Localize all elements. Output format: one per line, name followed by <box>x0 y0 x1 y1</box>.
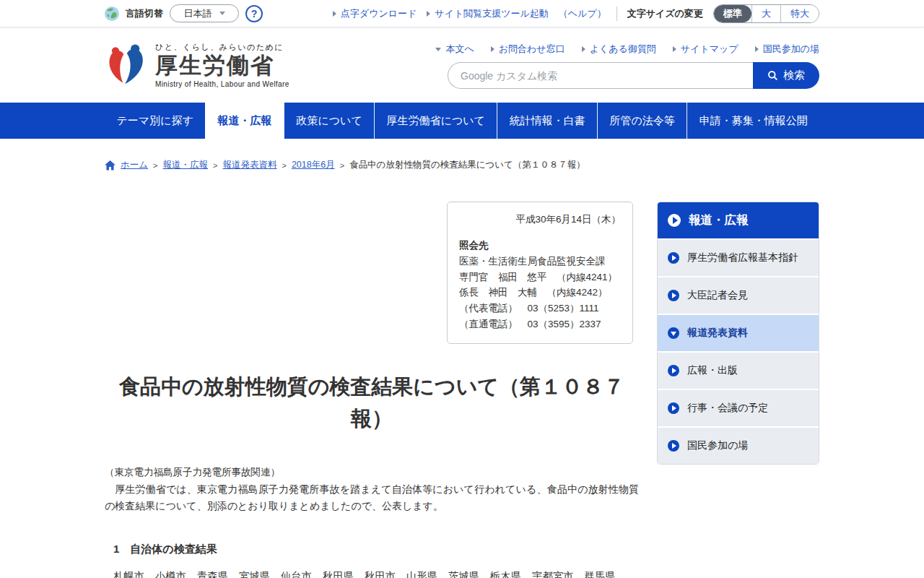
logo-text: ひと、くらし、みらいのために 厚生労働省 Ministry of Health,… <box>155 42 289 87</box>
arrow-right-icon <box>427 11 430 17</box>
main-content: 平成30年6月14日（木） 照会先 医薬・生活衛生局食品監視安全課 専門官 福田… <box>105 202 819 578</box>
home-icon[interactable] <box>105 160 116 171</box>
language-value: 日本語 <box>184 7 212 20</box>
contact-line: 係長 神田 大輔 （内線4242） <box>459 285 621 301</box>
contact-line: 医薬・生活衛生局食品監視安全課 <box>459 254 621 269</box>
faq-link[interactable]: よくある御質問 <box>582 43 656 56</box>
breadcrumb-current-page: 食品中の放射性物質の検査結果について（第１０８７報） <box>349 159 585 171</box>
arrow-right-icon <box>333 11 336 17</box>
font-size-standard-button[interactable]: 標準 <box>714 5 751 22</box>
braille-download-link[interactable]: 点字ダウンロード <box>333 7 417 20</box>
utility-links: 点字ダウンロード サイト閲覧支援ツール起動 （ヘルプ） 文字サイズの変更 標準 … <box>333 4 819 23</box>
sidebar-item-label: 国民参加の場 <box>687 439 748 452</box>
mhlw-logo[interactable]: ひと、くらし、みらいのために 厚生労働省 Ministry of Health,… <box>105 42 289 87</box>
language-help-icon[interactable]: ? <box>245 5 263 22</box>
breadcrumb-home-link[interactable]: ホーム <box>121 159 148 171</box>
site-title: 厚生労働省 <box>155 53 289 78</box>
arrow-right-circle-icon <box>668 365 679 376</box>
sidebar-item-label: 広報・出版 <box>687 364 738 377</box>
language-label: 言語切替 <box>126 7 163 20</box>
breadcrumb-separator <box>213 161 217 170</box>
site-title-english: Ministry of Health, Labour and Welfare <box>155 80 289 88</box>
arrow-right-circle-icon <box>668 440 679 452</box>
nav-item-statistics[interactable]: 統計情報・白書 <box>497 103 597 139</box>
breadcrumb-press-link[interactable]: 報道・広報 <box>163 159 209 171</box>
arrow-down-circle-icon <box>668 327 679 339</box>
logo-tagline: ひと、くらし、みらいのために <box>155 42 289 53</box>
sidebar-item-label: 厚生労働省広報基本指針 <box>687 251 798 264</box>
site-search: 検索 <box>448 62 819 89</box>
sitemap-label: サイトマップ <box>681 43 738 56</box>
contact-line: （代表電話） 03（5253）1111 <box>459 301 621 316</box>
section-1-text: 札幌市、小樽市、青森県、宮城県、仙台市、秋田県、秋田市、山形県、茨城県、栃木県、… <box>105 569 639 578</box>
arrow-right-icon <box>673 46 676 52</box>
arrow-right-circle-icon <box>668 290 679 301</box>
sidebar-item-pr-policy[interactable]: 厚生労働省広報基本指針 <box>658 238 819 276</box>
braille-download-label: 点字ダウンロード <box>341 7 417 20</box>
skip-to-content-label: 本文へ <box>445 43 474 56</box>
article-note: （東京電力福島原子力発電所事故関連） <box>105 466 639 479</box>
breadcrumb-separator <box>340 161 344 170</box>
sidebar-item-minister-press-conference[interactable]: 大臣記者会見 <box>658 276 819 314</box>
search-icon <box>767 70 778 81</box>
faq-label: よくある御質問 <box>590 43 656 56</box>
arrow-right-circle-icon <box>668 252 679 264</box>
contact-window-label: お問合わせ窓口 <box>499 43 565 56</box>
font-size-switcher: 標準 大 特大 <box>713 4 819 23</box>
nav-item-policy[interactable]: 政策について <box>284 103 374 139</box>
contact-info-box: 平成30年6月14日（木） 照会先 医薬・生活衛生局食品監視安全課 専門官 福田… <box>447 202 633 344</box>
contact-line: （直通電話） 03（3595）2337 <box>459 316 621 332</box>
arrow-down-icon <box>435 48 441 51</box>
sidebar-item-publications[interactable]: 広報・出版 <box>658 351 819 389</box>
language-switcher: 言語切替 日本語 ? <box>105 4 263 22</box>
nav-item-applications[interactable]: 申請・募集・情報公開 <box>687 103 819 139</box>
breadcrumb-month-link[interactable]: 2018年6月 <box>292 159 335 171</box>
sidebar-item-press-releases[interactable]: 報道発表資料 <box>658 314 819 351</box>
globe-icon <box>105 7 119 21</box>
header-quick-links: 本文へ お問合わせ窓口 よくある御質問 サイトマップ 国民参加の場 <box>448 43 819 56</box>
article-column: 平成30年6月14日（木） 照会先 医薬・生活衛生局食品監視安全課 専門官 福田… <box>105 202 639 578</box>
font-size-xlarge-button[interactable]: 特大 <box>780 5 819 22</box>
chevron-down-icon <box>219 12 225 15</box>
accessibility-help-link[interactable]: （ヘルプ） <box>559 7 606 20</box>
language-select[interactable]: 日本語 <box>170 4 239 22</box>
release-date: 平成30年6月14日（木） <box>459 212 621 228</box>
breadcrumb-separator <box>282 161 286 170</box>
search-button[interactable]: 検索 <box>753 62 819 89</box>
nav-item-press[interactable]: 報道・広報 <box>205 103 284 139</box>
sidebar-item-events-schedule[interactable]: 行事・会議の予定 <box>658 389 819 426</box>
arrow-right-circle-icon <box>668 214 681 227</box>
breadcrumb-press-release-link[interactable]: 報道発表資料 <box>222 159 276 171</box>
search-button-label: 検索 <box>783 69 805 82</box>
section-1-heading: 1 自治体の検査結果 <box>105 543 639 556</box>
skip-to-content-link[interactable]: 本文へ <box>435 43 474 56</box>
page-title: 食品中の放射性物質の検査結果について（第１０８７報） <box>105 371 639 434</box>
breadcrumb-separator <box>153 161 157 170</box>
sidebar-header-label: 報道・広報 <box>689 212 749 228</box>
font-size-label: 文字サイズの変更 <box>627 7 703 20</box>
nav-item-themes[interactable]: テーマ別に探す <box>105 103 205 139</box>
sitemap-link[interactable]: サイトマップ <box>673 43 738 56</box>
font-size-large-button[interactable]: 大 <box>751 5 780 22</box>
contact-line: 専門官 福田 悠平 （内線4241） <box>459 269 621 285</box>
nav-item-about[interactable]: 厚生労働省について <box>374 103 497 139</box>
divider <box>616 7 617 21</box>
contact-window-link[interactable]: お問合わせ窓口 <box>491 43 565 56</box>
arrow-right-icon <box>491 46 494 52</box>
arrow-right-circle-icon <box>668 402 679 414</box>
sidebar-item-label: 大臣記者会見 <box>687 289 748 302</box>
article-paragraph: 厚生労働省では、東京電力福島原子力発電所事故を踏まえて自治体等において行われてい… <box>105 481 639 514</box>
sidebar-item-label: 報道発表資料 <box>687 327 748 340</box>
sidebar-item-public-participation[interactable]: 国民参加の場 <box>658 426 819 464</box>
accessibility-tool-label: サイト閲覧支援ツール起動 <box>435 7 549 20</box>
public-participation-label: 国民参加の場 <box>763 43 819 56</box>
contact-heading: 照会先 <box>459 238 621 254</box>
sidebar-header-press[interactable]: 報道・広報 <box>658 202 819 238</box>
utility-bar: 言語切替 日本語 ? 点字ダウンロード サイト閲覧支援ツール起動 （ヘルプ） 文… <box>0 0 924 27</box>
nav-item-laws[interactable]: 所管の法令等 <box>597 103 687 139</box>
breadcrumb: ホーム 報道・広報 報道発表資料 2018年6月 食品中の放射性物質の検査結果に… <box>0 159 924 171</box>
global-navigation: テーマ別に探す 報道・広報 政策について 厚生労働省について 統計情報・白書 所… <box>0 103 924 139</box>
public-participation-link[interactable]: 国民参加の場 <box>755 43 819 56</box>
search-input[interactable] <box>448 62 753 89</box>
accessibility-tool-link[interactable]: サイト閲覧支援ツール起動 <box>427 7 549 20</box>
